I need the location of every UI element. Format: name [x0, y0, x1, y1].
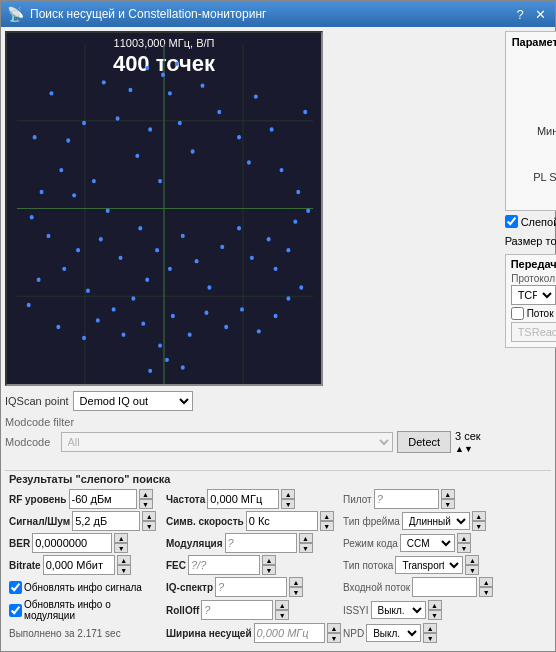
sym-value[interactable] [246, 511, 318, 531]
pilot-label: Пилот [343, 494, 372, 505]
input-stream-cell: Входной поток ▲▼ [343, 577, 547, 597]
rf-value[interactable] [69, 489, 137, 509]
freq2-value[interactable] [207, 489, 279, 509]
modcode-all-select[interactable]: All [61, 432, 394, 452]
iq-label: IQ-спектр [166, 582, 213, 593]
modcode-filter-section: Modcode filter Modcode All Detect 3 сек … [5, 416, 499, 454]
transfer-row: Протокол TCP UDP IP-адрес [511, 273, 556, 305]
input-stream-value[interactable] [412, 577, 477, 597]
svg-point-71 [27, 303, 31, 307]
svg-point-36 [86, 289, 90, 293]
res-row-1: RF уровень ▲▼ Частота ▲▼ Пилот ▲▼ [9, 489, 547, 509]
pilot-value[interactable] [374, 489, 439, 509]
carr-up[interactable]: ▲ [327, 623, 341, 633]
npd-up[interactable]: ▲ [423, 623, 437, 633]
npd-label: NPD [343, 628, 364, 639]
issyi-select[interactable]: Выкл. [371, 601, 426, 619]
title-icon: 📡 [7, 6, 24, 22]
svg-point-9 [82, 121, 86, 125]
main-window: 📡 Поиск несущей и Constellation-монитори… [0, 0, 556, 652]
pl-label: PL Scramble code [533, 171, 556, 183]
ber-cell: BER ▲▼ [9, 533, 164, 553]
code-mode-select[interactable]: CCM [400, 534, 455, 552]
pol-row: Поляризация В/П ▲ ▼ [512, 98, 556, 118]
pilot-up[interactable]: ▲ [441, 489, 455, 499]
mod-value[interactable] [225, 533, 297, 553]
ber-up[interactable]: ▲ [114, 533, 128, 543]
svg-point-20 [158, 179, 162, 183]
snr-down[interactable]: ▼ [142, 521, 156, 531]
issyi-down[interactable]: ▼ [428, 610, 442, 620]
min-sym-label: Мин. симв. скорость [537, 125, 556, 137]
blind-search-checkbox[interactable] [505, 215, 518, 228]
left-panel: 11003,000 МГц, В/П 400 точек [5, 31, 499, 462]
issyi-up[interactable]: ▲ [428, 600, 442, 610]
frame-down[interactable]: ▼ [472, 521, 486, 531]
input-down[interactable]: ▼ [479, 587, 493, 597]
svg-point-12 [116, 116, 120, 120]
rolloff-value[interactable] [201, 600, 273, 620]
file-checkbox[interactable] [511, 307, 524, 320]
rolloff-up[interactable]: ▲ [275, 600, 289, 610]
svg-point-19 [106, 209, 110, 213]
stream-type-up[interactable]: ▲ [465, 555, 479, 565]
svg-point-31 [46, 234, 50, 238]
svg-point-15 [128, 88, 132, 92]
update-mod-checkbox[interactable] [9, 604, 22, 617]
input-up[interactable]: ▲ [479, 577, 493, 587]
fec-value[interactable] [188, 555, 260, 575]
iq-up[interactable]: ▲ [289, 577, 303, 587]
pl-row: PL Scramble code Root ▲ ▼ ▲ ▼ [512, 167, 556, 187]
iq-value[interactable] [215, 577, 287, 597]
res-row-4: Bitrate ▲▼ FEC ▲▼ Тип потока Transport ▲… [9, 555, 547, 575]
rf-up[interactable]: ▲ [139, 489, 153, 499]
snr-cell: Сигнал/Шум ▲▼ [9, 511, 164, 531]
res-row-6: Обновлять инфо о модуляции RollOff ▲▼ IS… [9, 599, 547, 621]
svg-point-40 [145, 278, 149, 282]
svg-point-63 [240, 307, 244, 311]
bitrate-value[interactable] [43, 555, 115, 575]
frame-up[interactable]: ▲ [472, 511, 486, 521]
frame-select[interactable]: Длинный [402, 512, 470, 530]
ber-value[interactable] [32, 533, 112, 553]
npd-select[interactable]: Выкл. [366, 624, 421, 642]
fec-up[interactable]: ▲ [262, 555, 276, 565]
fec-down[interactable]: ▼ [262, 565, 276, 575]
npd-down[interactable]: ▼ [423, 633, 437, 643]
bitrate-up[interactable]: ▲ [117, 555, 131, 565]
svg-point-16 [148, 127, 152, 131]
help-button[interactable]: ? [511, 5, 529, 23]
stream-type-down[interactable]: ▼ [465, 565, 479, 575]
mod-cell: Модуляция ▲▼ [166, 533, 341, 553]
code-mode-down[interactable]: ▼ [457, 543, 471, 553]
bitrate-down[interactable]: ▼ [117, 565, 131, 575]
mod-up[interactable]: ▲ [299, 533, 313, 543]
iq-down[interactable]: ▼ [289, 587, 303, 597]
transfer-group: Передача потока Протокол TCP UDP IP-адре [505, 254, 556, 348]
rolloff-down[interactable]: ▼ [275, 610, 289, 620]
code-mode-up[interactable]: ▲ [457, 533, 471, 543]
snr-value[interactable] [72, 511, 140, 531]
svg-point-79 [165, 358, 169, 362]
stream-type-select[interactable]: Transport [395, 556, 463, 574]
svg-point-37 [112, 307, 116, 311]
detect-button[interactable]: Detect [397, 431, 451, 453]
freq2-up[interactable]: ▲ [281, 489, 295, 499]
pilot-down[interactable]: ▼ [441, 499, 455, 509]
ber-down[interactable]: ▼ [114, 543, 128, 553]
mod-down[interactable]: ▼ [299, 543, 313, 553]
close-button[interactable]: ✕ [531, 5, 549, 23]
update-signal-checkbox[interactable] [9, 581, 22, 594]
sym-up[interactable]: ▲ [320, 511, 334, 521]
freq2-down[interactable]: ▼ [281, 499, 295, 509]
tsreader-select[interactable]: TSReader [511, 322, 556, 342]
protocol-select[interactable]: TCP UDP [511, 285, 556, 305]
iqscan-select[interactable]: Demod IQ out ADC out Demod IQ in [73, 391, 193, 411]
sym-down[interactable]: ▼ [320, 521, 334, 531]
rf-down[interactable]: ▼ [139, 499, 153, 509]
update-mod-label: Обновлять инфо о модуляции [24, 599, 164, 621]
carr-down[interactable]: ▼ [327, 633, 341, 643]
snr-up[interactable]: ▲ [142, 511, 156, 521]
rolloff-cell: RollOff ▲▼ [166, 600, 341, 620]
carr-width-value[interactable] [254, 623, 325, 643]
